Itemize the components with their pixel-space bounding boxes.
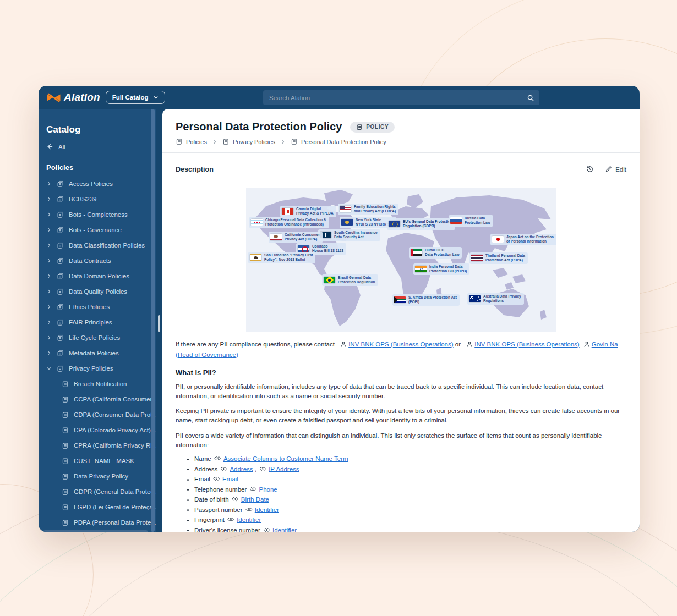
term-link-identifier[interactable]: Identifier	[255, 506, 279, 513]
sidebar-gap	[156, 109, 162, 532]
breadcrumb-item-privacy-policies[interactable]: Privacy Policies	[222, 138, 275, 145]
sidebar-item-data-classification-policies[interactable]: Data Classification Policies	[43, 238, 148, 253]
search-icon[interactable]	[527, 94, 534, 102]
map-callout-label: Canada DigitalPrivacy Act & PIPEDA	[296, 207, 334, 216]
policy-badge-label: POLICY	[366, 124, 389, 130]
sidebar-scrollbar[interactable]	[151, 109, 155, 532]
map-callout-line: Protection Regulation	[338, 280, 375, 284]
sidebar-back-all[interactable]: All	[43, 143, 148, 150]
map-callout-line: S. Africa Data Protection Act	[408, 295, 457, 300]
sidebar-item-pdpa-personal-data-protec[interactable]: PDPA (Personal Data Protec...	[43, 515, 148, 530]
sidebar-item-label: CUST_NAME_MASK	[74, 458, 134, 464]
sidebar-item-bcbs239[interactable]: BCBS239	[43, 191, 148, 207]
sidebar-item-lgpd-lei-geral-de-prote[interactable]: LGPD (Lei Geral de Proteçã...	[43, 499, 148, 515]
map-callout-line: South Carolina Insurance	[334, 230, 378, 235]
chevron-right-icon	[46, 289, 52, 294]
sidebar-item-label: CCPA (California Consumer...	[74, 396, 156, 403]
history-icon	[586, 165, 594, 173]
sidebar-item-data-domain-policies[interactable]: Data Domain Policies	[43, 268, 148, 284]
sidebar-item-ethics-policies[interactable]: Ethics Policies	[43, 299, 148, 315]
list-item: Telephone number Phone	[194, 486, 626, 494]
sidebar-item-metadata-policies[interactable]: Metadata Policies	[43, 345, 148, 361]
history-button[interactable]	[586, 165, 594, 173]
term-link-identifier[interactable]: Identifier	[272, 526, 297, 532]
sidebar-item-privacy-policies[interactable]: Privacy Policies	[43, 361, 148, 376]
uae-flag-icon	[411, 249, 422, 256]
sidebar-item-data-quality-policies[interactable]: Data Quality Policies	[43, 284, 148, 299]
chevron-right-icon	[46, 335, 52, 340]
breadcrumb-item-policies[interactable]: Policies	[176, 138, 207, 145]
map-callout-line: Protection Ordinance (Introduced)	[265, 222, 326, 227]
policy-group-icon	[57, 242, 64, 249]
edit-button[interactable]: Edit	[605, 166, 626, 173]
map-callout-label: Russia DataProtection Law	[465, 216, 490, 226]
chevron-right-icon	[46, 227, 52, 233]
map-callout-line: Regulation (GDPR)	[403, 224, 452, 228]
sidebar-item-data-contracts[interactable]: Data Contracts	[43, 253, 148, 268]
sidebar-item-data-privacy-policy[interactable]: Data Privacy Policy	[43, 469, 148, 484]
sidebar-item-breach-notification[interactable]: Breach Notification	[43, 376, 148, 392]
edit-label: Edit	[615, 166, 626, 173]
breadcrumb-item-personal-data-protection-policy: Personal Data Protection Policy	[291, 138, 386, 145]
policy-icon	[62, 488, 69, 496]
list-item: Date of birth Birth Date	[194, 496, 626, 504]
sidebar-item-gdpr-general-data-protec[interactable]: GDPR (General Data Protec...	[43, 484, 148, 499]
sidebar-item-fair-principles[interactable]: FAIR Principles	[43, 315, 148, 330]
user-link-inv-bnk-ops-business-operations[interactable]: INV BNK OPS (Business Operations)	[348, 341, 453, 348]
map-callout-usa: Family Education Rightsand Privacy Act (…	[338, 204, 398, 215]
breadcrumb-separator-icon	[280, 139, 286, 145]
what-is-pii-heading: What is PII?	[176, 369, 626, 377]
bullet-text: Date of birth	[194, 496, 231, 503]
bullet-text: Fingerprint	[194, 516, 226, 523]
paragraph: PII, or personally identifiable informat…	[176, 382, 626, 402]
term-link-birth-date[interactable]: Birth Date	[241, 496, 269, 503]
sidebar-item-access-policies[interactable]: Access Policies	[43, 176, 148, 191]
search-input[interactable]	[268, 94, 527, 102]
term-link-phone[interactable]: Phone	[259, 486, 277, 492]
map-callout-line: Family Education Rights	[354, 205, 396, 209]
sidebar-item-bots-completeness[interactable]: Bots - Completeness	[43, 207, 148, 222]
sidebar-resize-handle[interactable]	[158, 315, 160, 332]
term-link-address[interactable]: Address	[230, 465, 253, 472]
sidebar-item-life-cycle-policies[interactable]: Life Cycle Policies	[43, 330, 148, 345]
contact-text: If there are any PII compliance question…	[176, 341, 336, 348]
term-link-associate-columns-to-customer-name-term[interactable]: Associate Columns to Customer Name Term	[223, 455, 348, 462]
term-icon	[259, 465, 266, 474]
map-callout-line: Russia Data	[465, 216, 490, 221]
term-link-email[interactable]: Email	[222, 476, 238, 482]
sidebar-item-ccpa-california-consumer[interactable]: CCPA (California Consumer...	[43, 392, 148, 407]
sidebar-item-bots-governance[interactable]: Bots - Governance	[43, 222, 148, 238]
map-callout-line: Privacy Act (CCPA)	[285, 237, 320, 241]
policy-group-icon	[57, 273, 64, 280]
app-window: Alation Full Catalog Catalog All Policie…	[39, 86, 640, 532]
global-search[interactable]	[263, 90, 539, 105]
policy-group-icon	[57, 334, 64, 342]
alation-logo[interactable]: Alation	[46, 91, 100, 103]
list-item: Passport number Identifier	[194, 506, 626, 514]
user-link-inv-bnk-ops-business-operations[interactable]: INV BNK OPS (Business Operations)	[474, 341, 579, 348]
edit-pencil-icon	[605, 166, 612, 173]
term-link-ip-address[interactable]: IP Address	[269, 465, 299, 472]
sidebar-item-label: FAIR Principles	[69, 319, 112, 326]
sidebar-item-cust-name-mask[interactable]: CUST_NAME_MASK	[43, 453, 148, 469]
brand-name: Alation	[64, 91, 100, 103]
sidebar-item-cpra-california-privacy-ri[interactable]: CPRA (California Privacy Ri...	[43, 438, 148, 453]
sidebar-item-label: Breach Notification	[74, 381, 127, 387]
sidebar-item-personal-data-protection-p[interactable]: Personal Data Protection P...	[43, 530, 148, 532]
catalog-switcher-button[interactable]: Full Catalog	[106, 91, 165, 104]
map-callout-line: (POPI)	[408, 300, 457, 304]
policy-group-icon	[57, 319, 64, 326]
map-callout-line: San Francisco "Privacy First	[264, 253, 313, 257]
policy-group-icon	[57, 180, 64, 188]
map-callout-line: Protection Act (PDPA)	[485, 258, 525, 262]
term-link-identifier[interactable]: Identifier	[237, 516, 261, 523]
sidebar-item-label: Data Classification Policies	[69, 242, 145, 249]
chevron-right-icon	[46, 196, 52, 202]
usa-flag-icon	[340, 206, 351, 212]
map-callout-eu: EU's General Data ProtectionRegulation (…	[387, 218, 455, 230]
sidebar-item-cdpa-consumer-data-prot[interactable]: CDPA (Consumer Data Prot...	[43, 407, 148, 422]
sidebar-item-cpa-colorado-privacy-act[interactable]: CPA (Colorado Privacy Act) ...	[43, 422, 148, 438]
person-icon	[340, 341, 347, 350]
term-icon	[213, 475, 220, 483]
thailand-flag-icon	[471, 255, 483, 261]
